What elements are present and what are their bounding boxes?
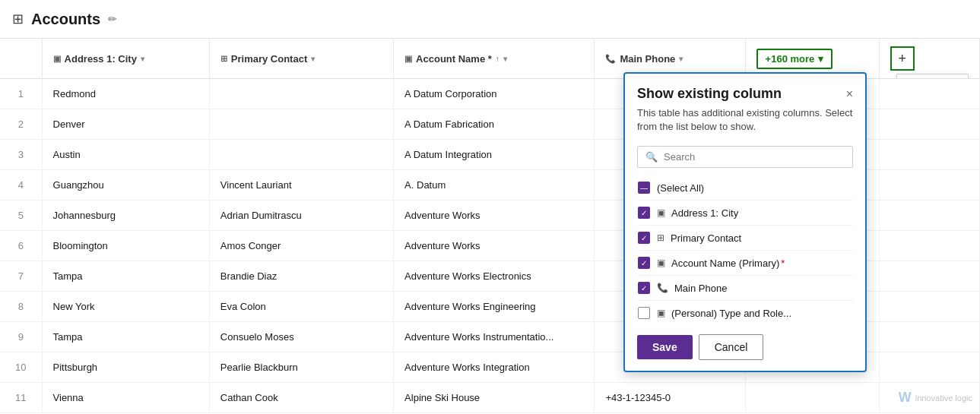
cell-contact: Pearlie Blackburn [209, 352, 393, 383]
item-label: Main Phone [674, 283, 853, 294]
checkbox-checked[interactable]: ✓ [638, 232, 650, 244]
column-list: — (Select All) ✓ ▣ Address 1: City ✓ ⊞ P… [625, 175, 865, 325]
cell-new [879, 201, 979, 231]
cell-contact [209, 79, 393, 109]
item-label: Primary Contact [671, 232, 853, 244]
account-sort-icon: ↑ [496, 55, 500, 63]
cell-account: A Datum Fabrication [394, 109, 595, 140]
cell-city: Johannesburg [42, 201, 209, 231]
checkbox-container[interactable]: — [637, 181, 651, 194]
cell-new [879, 109, 979, 140]
column-search-box[interactable]: 🔍 [637, 146, 853, 168]
modal-footer: Save Cancel [625, 325, 865, 371]
column-list-item[interactable]: ✓ ⊞ Primary Contact [637, 226, 853, 251]
item-icon: ⊞ [657, 232, 664, 243]
cell-new [879, 261, 979, 292]
cell-contact: Amos Conger [209, 231, 393, 261]
cell-account: Adventure Works Electronics [394, 261, 595, 292]
column-list-item[interactable]: — (Select All) [637, 175, 853, 201]
cell-account: Adventure Works Integration [394, 352, 595, 383]
cell-city: Pittsburgh [42, 352, 209, 383]
watermark: W innovative logic [899, 390, 972, 406]
cell-new [879, 231, 979, 261]
checkbox-unchecked[interactable] [638, 307, 650, 319]
checkbox-checked[interactable]: ✓ [638, 207, 650, 219]
checkbox-checked[interactable]: ✓ [638, 257, 650, 269]
watermark-logo: W [899, 390, 912, 406]
page-title: Accounts [31, 11, 100, 28]
cell-city: Bloomington [42, 231, 209, 261]
item-label: (Select All) [657, 182, 853, 194]
row-num: 4 [0, 170, 42, 201]
col-header-rownum [0, 39, 42, 79]
col-header-contact[interactable]: ⊞ Primary Contact ▾ [209, 39, 393, 79]
cell-city: Guangzhou [42, 170, 209, 201]
more-columns-button[interactable]: +160 more ▾ [756, 49, 833, 69]
column-search-input[interactable] [664, 151, 845, 163]
grid-icon: ⊞ [12, 11, 24, 27]
row-num: 8 [0, 292, 42, 322]
row-num: 2 [0, 109, 42, 140]
contact-col-icon: ⊞ [220, 54, 227, 64]
modal-header: Show existing column × [625, 74, 865, 106]
checkbox-container[interactable]: ✓ [637, 256, 651, 270]
column-list-item[interactable]: ✓ ▣ Address 1: City [637, 201, 853, 226]
item-label: Address 1: City [671, 207, 853, 219]
watermark-text: innovative logic [915, 393, 972, 403]
table-container: ▣ Address 1: City ▾ ⊞ Primary Contact ▾ … [0, 39, 980, 413]
cell-contact: Adrian Dumitrascu [209, 201, 393, 231]
cell-contact: Consuelo Moses [209, 322, 393, 352]
column-list-item[interactable]: ✓ 📞 Main Phone [637, 276, 853, 301]
column-list-item[interactable]: ▣ (Personal) Type and Role... [637, 301, 853, 325]
item-icon: ▣ [657, 308, 665, 318]
item-icon: ▣ [657, 258, 665, 268]
row-num: 6 [0, 231, 42, 261]
checkbox-container[interactable]: ✓ [637, 231, 651, 245]
modal-save-button[interactable]: Save [637, 335, 693, 359]
show-existing-column-modal: Show existing column × This table has ad… [623, 72, 867, 372]
col-header-account[interactable]: ▣ Account Name * ↑ ▾ [394, 39, 595, 79]
more-chevron-icon: ▾ [818, 53, 823, 65]
item-label: Account Name (Primary)* [671, 258, 853, 269]
item-label: (Personal) Type and Role... [671, 308, 853, 319]
table-row: 11 Vienna Cathan Cook Alpine Ski House +… [0, 383, 980, 413]
checkbox-partial[interactable]: — [638, 182, 650, 194]
row-num: 7 [0, 261, 42, 292]
checkbox-container[interactable]: ✓ [637, 206, 651, 220]
cell-more [745, 383, 879, 413]
item-icon: 📞 [657, 283, 668, 293]
cell-contact [209, 109, 393, 140]
city-chevron-icon: ▾ [141, 55, 144, 63]
col-header-city[interactable]: ▣ Address 1: City ▾ [42, 39, 209, 79]
cell-city: Austin [42, 140, 209, 170]
cell-account: A Datum Corporation [394, 79, 595, 109]
new-column-button[interactable]: + [890, 46, 915, 71]
cell-account: Alpine Ski House [394, 383, 595, 413]
cell-contact: Eva Colon [209, 292, 393, 322]
account-chevron-icon: ▾ [503, 55, 507, 63]
cell-city: New York [42, 292, 209, 322]
cell-contact: Vincent Lauriant [209, 170, 393, 201]
checkbox-checked[interactable]: ✓ [638, 282, 650, 294]
cell-account: Adventure Works [394, 201, 595, 231]
cell-city: Redmond [42, 79, 209, 109]
cell-contact: Brandie Diaz [209, 261, 393, 292]
cell-account: A. Datum [394, 170, 595, 201]
cell-phone: +43-1-12345-0 [595, 383, 745, 413]
modal-close-button[interactable]: × [846, 87, 853, 101]
checkbox-container[interactable]: ✓ [637, 281, 651, 295]
required-star: * [781, 258, 785, 269]
row-num: 3 [0, 140, 42, 170]
cell-account: Adventure Works [394, 231, 595, 261]
city-col-icon: ▣ [53, 54, 61, 64]
cell-contact: Cathan Cook [209, 383, 393, 413]
column-list-item[interactable]: ✓ ▣ Account Name (Primary)* [637, 251, 853, 276]
cell-new [879, 292, 979, 322]
cell-account: Adventure Works Instrumentatio... [394, 322, 595, 352]
checkbox-container[interactable] [637, 306, 651, 320]
modal-cancel-button[interactable]: Cancel [699, 334, 764, 360]
cell-city: Vienna [42, 383, 209, 413]
search-icon: 🔍 [645, 151, 658, 163]
cell-new [879, 79, 979, 109]
edit-icon[interactable]: ✏ [108, 13, 117, 25]
